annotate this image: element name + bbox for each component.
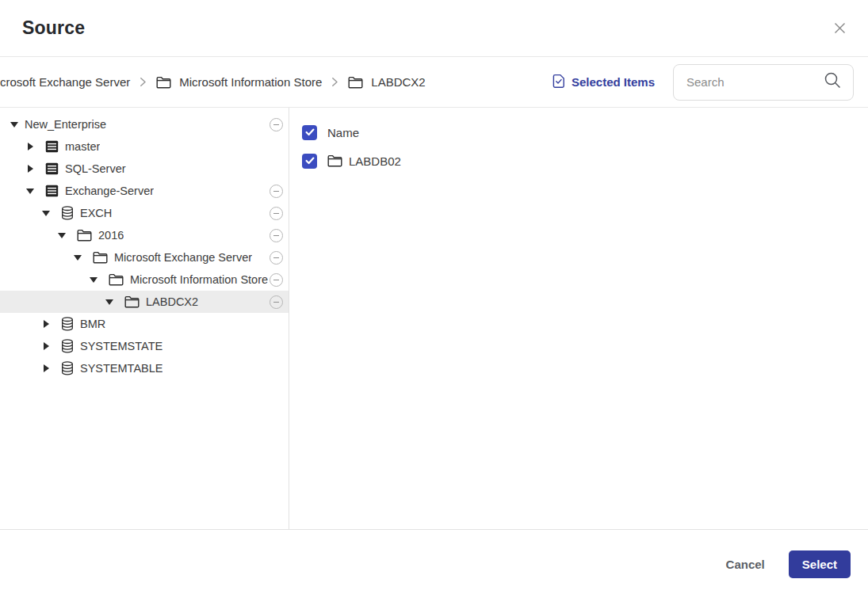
name-column-header: Name [327, 126, 359, 139]
tree-item-label: BMR [80, 318, 105, 330]
database-icon [61, 361, 74, 375]
chevron-right-icon [140, 77, 147, 87]
content-header-row: Name [302, 118, 855, 147]
breadcrumb-item-information-store[interactable]: Microsoft Information Store [156, 75, 322, 89]
expand-expander-icon[interactable] [42, 364, 50, 372]
tree-item-systemtable[interactable]: SYSTEMTABLE [0, 357, 289, 379]
dialog-title: Source [22, 17, 85, 39]
tree-item-systemstate[interactable]: SYSTEMSTATE [0, 335, 289, 357]
tree-item-label: LABDCX2 [146, 295, 198, 308]
remove-icon[interactable] [270, 273, 283, 287]
content-row-labdb02: LABDB02 [302, 147, 855, 175]
collapse-expander-icon[interactable] [58, 233, 66, 238]
tree-item-label: master [65, 140, 100, 153]
select-all-checkbox[interactable] [302, 125, 317, 140]
search-box [673, 64, 854, 101]
tree-item-new-enterprise[interactable]: New_Enterprise [0, 113, 289, 135]
expand-expander-icon[interactable] [26, 165, 34, 173]
breadcrumb-label: crosoft Exchange Server [0, 75, 130, 89]
content-list: LABDB02 [302, 147, 855, 175]
breadcrumb-item-labdcx2[interactable]: LABDCX2 [348, 75, 425, 89]
tree-item-master[interactable]: master [0, 135, 289, 158]
breadcrumb-label: LABDCX2 [371, 75, 425, 89]
collapse-expander-icon[interactable] [90, 277, 98, 283]
tree-item-exch[interactable]: EXCH [0, 202, 289, 224]
tree-item-label: SYSTEMTABLE [80, 362, 163, 375]
remove-icon[interactable] [270, 251, 283, 265]
collapse-expander-icon[interactable] [26, 189, 34, 194]
remove-icon[interactable] [270, 295, 283, 309]
search-input[interactable] [686, 75, 824, 89]
database-icon [61, 317, 74, 331]
breadcrumb-item-exchange-server[interactable]: crosoft Exchange Server [0, 75, 130, 89]
tree-item-bmr[interactable]: BMR [0, 313, 289, 335]
remove-icon[interactable] [270, 118, 283, 131]
server-icon [45, 185, 59, 197]
tree-item-label: Microsoft Exchange Server [114, 251, 252, 264]
tree-item-label: Microsoft Information Store [130, 273, 268, 286]
tree-item-label: SYSTEMSTATE [80, 340, 163, 352]
server-icon [45, 162, 59, 175]
document-check-icon [553, 74, 565, 91]
dialog-body: New_EnterprisemasterSQL-ServerExchange-S… [0, 108, 868, 529]
toolbar-right: Selected Items [553, 64, 854, 101]
tree-item-label: EXCH [80, 207, 112, 219]
dialog-header: Source [0, 0, 868, 57]
content-row-label: LABDB02 [349, 154, 401, 168]
folder-icon [156, 76, 171, 89]
breadcrumb-label: Microsoft Information Store [179, 75, 322, 89]
content-panel: Name LABDB02 [289, 108, 868, 529]
expand-expander-icon[interactable] [42, 342, 50, 350]
tree-item-exchange-server[interactable]: Exchange-Server [0, 180, 289, 202]
toolbar: crosoft Exchange Server Microsoft Inform… [0, 57, 868, 108]
remove-icon[interactable] [270, 207, 283, 220]
folder-icon [327, 154, 342, 167]
cancel-button[interactable]: Cancel [726, 558, 765, 571]
chevron-right-icon [331, 77, 338, 87]
collapse-expander-icon[interactable] [42, 211, 50, 216]
folder-icon [93, 251, 108, 264]
remove-icon[interactable] [270, 185, 283, 198]
tree-item-label: Exchange-Server [65, 185, 154, 197]
tree-item-labdcx2[interactable]: LABDCX2 [0, 291, 289, 313]
search-icon[interactable] [824, 71, 842, 93]
row-checkbox[interactable] [302, 154, 317, 169]
folder-icon [77, 229, 92, 242]
tree-item-label: 2016 [98, 229, 124, 242]
tree-panel: New_EnterprisemasterSQL-ServerExchange-S… [0, 108, 289, 529]
tree-item-label: SQL-Server [65, 162, 126, 175]
dialog-footer: Cancel Select [0, 529, 868, 598]
collapse-expander-icon[interactable] [10, 122, 18, 128]
selected-items-label: Selected Items [572, 75, 655, 89]
server-icon [45, 140, 59, 153]
expand-expander-icon[interactable] [42, 320, 50, 328]
remove-icon[interactable] [270, 229, 283, 242]
collapse-expander-icon[interactable] [74, 255, 82, 261]
tree-item-microsoft-exchange-server[interactable]: Microsoft Exchange Server [0, 246, 289, 269]
tree-item-microsoft-information-store[interactable]: Microsoft Information Store [0, 269, 289, 291]
tree-item-2016[interactable]: 2016 [0, 224, 289, 246]
tree-item-sql-server[interactable]: SQL-Server [0, 158, 289, 180]
folder-icon [348, 76, 363, 89]
folder-icon [124, 295, 140, 308]
selected-items-button[interactable]: Selected Items [553, 74, 655, 91]
close-icon[interactable] [830, 19, 849, 38]
database-icon [61, 339, 74, 353]
expand-expander-icon[interactable] [26, 143, 34, 150]
tree-item-label: New_Enterprise [25, 118, 106, 131]
folder-icon [109, 273, 124, 286]
select-button[interactable]: Select [789, 550, 851, 578]
collapse-expander-icon[interactable] [105, 299, 113, 305]
breadcrumb: crosoft Exchange Server Microsoft Inform… [0, 75, 553, 89]
database-icon [61, 206, 74, 220]
